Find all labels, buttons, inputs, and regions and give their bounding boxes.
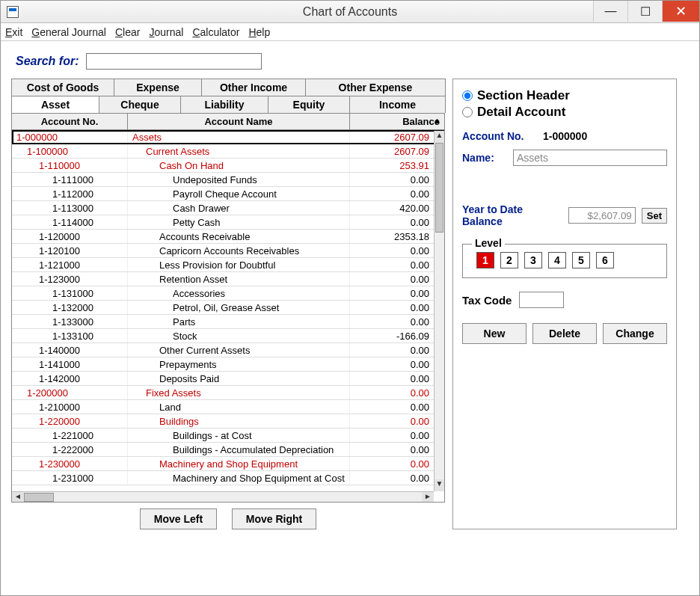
tab-equity[interactable]: Equity bbox=[268, 96, 350, 113]
menu-clear[interactable]: Clear bbox=[115, 26, 140, 38]
table-row[interactable]: 1-133100Stock-166.09 bbox=[12, 329, 444, 343]
scroll-left-icon[interactable]: ◄ bbox=[12, 492, 24, 502]
cell-account-no: 1-220000 bbox=[12, 414, 128, 428]
cell-balance: 0.00 bbox=[350, 187, 444, 200]
menu-calculator[interactable]: Calculator bbox=[192, 26, 239, 38]
level-6[interactable]: 6 bbox=[596, 252, 614, 268]
table-row[interactable]: 1-111000Undeposited Funds0.00 bbox=[12, 173, 444, 187]
menu-general-journal[interactable]: General Journal bbox=[31, 26, 106, 38]
new-button[interactable]: New bbox=[462, 323, 526, 344]
table-row[interactable]: 1-200000Fixed Assets0.00 bbox=[12, 386, 444, 400]
cell-balance: 0.00 bbox=[350, 258, 444, 271]
table-row[interactable]: 1-231000Machinery and Shop Equipment at … bbox=[12, 471, 444, 485]
cell-account-name: Current Assets bbox=[128, 144, 350, 158]
cell-account-name: Cash On Hand bbox=[128, 159, 350, 172]
level-2[interactable]: 2 bbox=[500, 252, 518, 268]
radio-detail-account[interactable] bbox=[462, 107, 473, 117]
table-row[interactable]: 1-114000Petty Cash0.00 bbox=[12, 215, 444, 230]
table-row[interactable]: 1-113000Cash Drawer420.00 bbox=[12, 201, 444, 215]
cell-balance: 0.00 bbox=[350, 343, 444, 357]
table-row[interactable]: 1-221000Buildings - at Cost0.00 bbox=[12, 428, 444, 443]
tab-liability[interactable]: Liability bbox=[180, 96, 268, 113]
delete-button[interactable]: Delete bbox=[532, 323, 597, 344]
name-input[interactable] bbox=[513, 150, 667, 166]
table-row[interactable]: 1-123000Retention Asset0.00 bbox=[12, 272, 444, 286]
level-1[interactable]: 1 bbox=[476, 252, 494, 268]
table-row[interactable]: 1-230000Machinery and Shop Equipment0.00 bbox=[12, 457, 444, 471]
tab-asset[interactable]: Asset bbox=[11, 96, 99, 113]
tab-expense[interactable]: Expense bbox=[114, 79, 202, 96]
cell-account-no: 1-142000 bbox=[12, 372, 128, 385]
value-account-no: 1-000000 bbox=[543, 130, 587, 142]
move-right-button[interactable]: Move Right bbox=[232, 509, 316, 529]
horizontal-scrollbar[interactable]: ◄ ► bbox=[12, 491, 434, 502]
level-group: Level 123456 bbox=[462, 244, 667, 278]
table-row[interactable]: 1-120000Accounts Receivable2353.18 bbox=[12, 230, 444, 244]
set-button[interactable]: Set bbox=[642, 208, 667, 224]
scroll-right-icon[interactable]: ► bbox=[422, 492, 434, 502]
cell-account-no: 1-121000 bbox=[12, 258, 128, 271]
cell-account-name: Cash Drawer bbox=[128, 201, 350, 215]
cell-account-name: Prepayments bbox=[128, 357, 350, 371]
vertical-scrollbar[interactable]: ▲ ▼ bbox=[434, 131, 444, 491]
table-row[interactable]: 1-132000Petrol, Oil, Grease Asset0.00 bbox=[12, 301, 444, 315]
change-button[interactable]: Change bbox=[603, 323, 667, 344]
tab-cost-of-goods[interactable]: Cost of Goods bbox=[11, 79, 114, 96]
menu-journal[interactable]: Journal bbox=[149, 26, 183, 38]
table-row[interactable]: 1-110000Cash On Hand253.91 bbox=[12, 159, 444, 173]
scroll-down-icon[interactable]: ▼ bbox=[435, 479, 444, 491]
tab-income[interactable]: Income bbox=[349, 96, 446, 113]
cell-balance: 0.00 bbox=[350, 457, 444, 470]
detail-panel: Section Header Detail Account Account No… bbox=[452, 79, 677, 529]
table-row[interactable]: 1-112000Payroll Cheque Account0.00 bbox=[12, 187, 444, 201]
cell-account-name: Less Provision for Doubtful bbox=[128, 258, 350, 271]
table-row[interactable]: 1-222000Buildings - Accumulated Deprecia… bbox=[12, 443, 444, 457]
col-account-no[interactable]: Account No. bbox=[12, 114, 128, 129]
tab-other-expense[interactable]: Other Expense bbox=[305, 79, 446, 96]
close-button[interactable]: ✕ bbox=[662, 1, 699, 22]
search-input[interactable] bbox=[86, 53, 262, 70]
col-account-name[interactable]: Account Name bbox=[128, 114, 350, 129]
sort-up-icon: ▲ bbox=[433, 116, 441, 125]
cell-account-no: 1-133000 bbox=[12, 315, 128, 328]
table-row[interactable]: 1-000000Assets2607.09 bbox=[12, 130, 444, 144]
tax-code-input[interactable] bbox=[519, 292, 564, 308]
menu-exit[interactable]: Exit bbox=[5, 26, 22, 38]
cell-account-no: 1-200000 bbox=[12, 386, 128, 399]
col-balance[interactable]: Balance▲ bbox=[350, 114, 444, 129]
table-row[interactable]: 1-131000Accessories0.00 bbox=[12, 286, 444, 301]
cell-balance: 0.00 bbox=[350, 357, 444, 371]
table-row[interactable]: 1-142000Deposits Paid0.00 bbox=[12, 372, 444, 386]
table-row[interactable]: 1-100000Current Assets2607.09 bbox=[12, 144, 444, 159]
radio-section-header[interactable] bbox=[462, 90, 473, 101]
cell-balance: 0.00 bbox=[350, 428, 444, 442]
scroll-thumb[interactable] bbox=[435, 143, 443, 233]
scroll-up-icon[interactable]: ▲ bbox=[435, 131, 444, 143]
cell-account-name: Petrol, Oil, Grease Asset bbox=[128, 301, 350, 314]
minimize-button[interactable]: — bbox=[593, 1, 627, 22]
ytd-input[interactable] bbox=[568, 207, 636, 224]
cell-account-no: 1-100000 bbox=[12, 144, 128, 158]
label-tax-code: Tax Code bbox=[462, 294, 512, 307]
table-row[interactable]: 1-141000Prepayments0.00 bbox=[12, 357, 444, 372]
tab-cheque[interactable]: Cheque bbox=[99, 96, 181, 113]
move-left-button[interactable]: Move Left bbox=[140, 509, 217, 529]
tab-other-income[interactable]: Other Income bbox=[201, 79, 306, 96]
table-row[interactable]: 1-121000Less Provision for Doubtful0.00 bbox=[12, 258, 444, 272]
table-row[interactable]: 1-133000Parts0.00 bbox=[12, 315, 444, 329]
table-row[interactable]: 1-120100Capricorn Accounts Receivables0.… bbox=[12, 244, 444, 258]
menu-help[interactable]: Help bbox=[248, 26, 270, 38]
level-5[interactable]: 5 bbox=[572, 252, 590, 268]
table-row[interactable]: 1-220000Buildings0.00 bbox=[12, 414, 444, 428]
cell-balance: 0.00 bbox=[350, 286, 444, 300]
hscroll-thumb[interactable] bbox=[24, 493, 54, 502]
table-row[interactable]: 1-140000Other Current Assets0.00 bbox=[12, 343, 444, 357]
maximize-button[interactable]: ☐ bbox=[627, 1, 662, 22]
cell-account-no: 1-000000 bbox=[12, 130, 128, 144]
table-row[interactable]: 1-210000Land0.00 bbox=[12, 400, 444, 414]
cell-account-no: 1-230000 bbox=[12, 457, 128, 470]
level-3[interactable]: 3 bbox=[524, 252, 542, 268]
level-4[interactable]: 4 bbox=[548, 252, 566, 268]
cell-balance: 2607.09 bbox=[350, 130, 444, 144]
label-level: Level bbox=[472, 237, 505, 249]
